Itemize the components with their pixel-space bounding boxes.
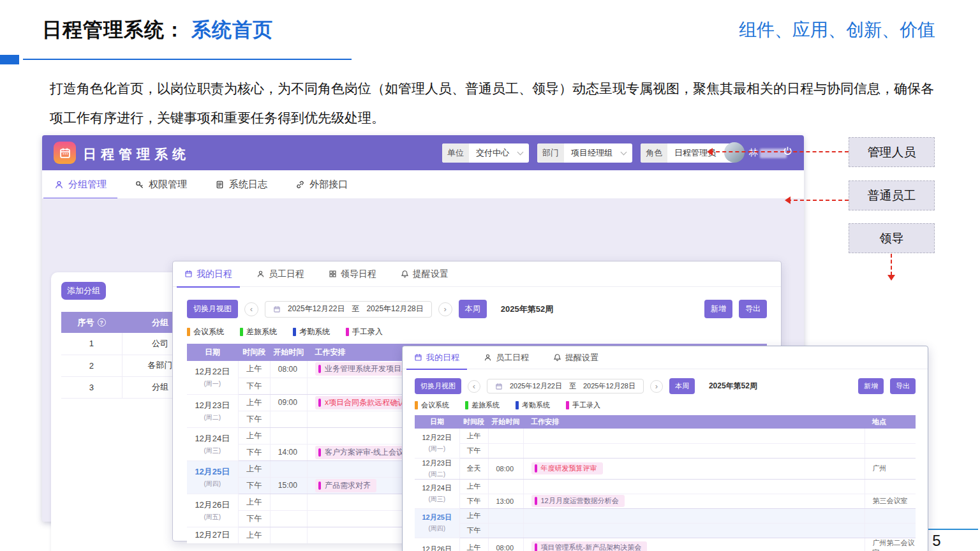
header-select-单位[interactable]: 单位交付中心: [442, 143, 529, 163]
period-cell: 下午: [238, 477, 270, 494]
period-cell: 下午: [238, 510, 270, 527]
help-icon[interactable]: ?: [98, 318, 106, 327]
date-range-picker[interactable]: 2025年12月22日至2025年12月28日: [265, 301, 432, 318]
chevron-down-icon: [621, 149, 627, 156]
calendar-icon: [495, 383, 503, 390]
weekday-text: (周五): [187, 513, 238, 522]
date-range-picker[interactable]: 2025年12月22日至2025年12月28日: [487, 379, 644, 393]
arrow-admin-head: [703, 148, 713, 156]
user-avatar[interactable]: [724, 142, 745, 163]
time-cell: [270, 510, 307, 527]
legend-item-会议系统: 会议系统: [415, 400, 449, 410]
grid-icon: [329, 270, 337, 278]
chevron-down-icon: [517, 149, 524, 156]
legend-item-考勤系统: 考勤系统: [293, 327, 330, 337]
event-badge[interactable]: 产品需求对齐: [315, 479, 376, 492]
nav-tab-外部接口[interactable]: 外部接口: [295, 179, 348, 191]
schedule-tab-我的日程[interactable]: 我的日程: [414, 352, 459, 364]
prev-week-button[interactable]: ‹: [244, 302, 258, 316]
period-cell: 上午: [238, 394, 270, 411]
schedule-tab-label: 员工日程: [269, 268, 304, 280]
person-icon: [256, 270, 265, 278]
date-text: 12月22日: [187, 366, 238, 378]
nav-tab-分组管理[interactable]: 分组管理: [54, 179, 107, 191]
time-cell: [270, 494, 307, 510]
event-title: 项目管理系统-新产品架构决策会: [541, 543, 642, 551]
event-title: 年度研发预算评审: [541, 464, 597, 473]
location-cell: [865, 429, 916, 443]
schedule-tab-提醒设置[interactable]: 提醒设置: [401, 268, 449, 280]
legend-label: 考勤系统: [522, 400, 550, 410]
calendar-icon: [273, 305, 281, 313]
select-label: 部门: [537, 143, 564, 163]
schedule-row[interactable]: 下午13:0012月月度运营数据分析会第三会议室: [415, 494, 916, 508]
location-cell: [865, 508, 916, 523]
event-badge[interactable]: 项目管理系统-新产品架构决策会: [531, 541, 648, 551]
add-group-button[interactable]: 添加分组: [61, 282, 106, 300]
schedule-toolbar: 切换月视图‹2025年12月22日至2025年12月28日›本周2025年第52…: [187, 300, 767, 318]
date-range-to: 至: [569, 381, 576, 391]
header-selectors: 单位交付中心部门项目经理组角色日程管理员: [442, 143, 736, 163]
add-button[interactable]: 新增: [704, 300, 732, 318]
month-view-toggle-button[interactable]: 切换月视图: [187, 300, 238, 318]
time-cell: [270, 411, 307, 427]
next-week-button[interactable]: ›: [650, 380, 663, 393]
schedule-tab-bar: 我的日程员工日程提醒设置: [403, 346, 928, 369]
export-button[interactable]: 导出: [739, 300, 767, 318]
schedule-row[interactable]: 12月26日(周五)上午08:00项目管理系统-新产品架构决策会广州第二会议室: [415, 538, 916, 551]
schedule-tab-label: 我的日程: [197, 268, 232, 280]
time-cell: [270, 460, 307, 477]
add-button[interactable]: 新增: [858, 378, 884, 394]
schedule-row[interactable]: 下午: [415, 523, 916, 538]
weekday-text: (周一): [415, 444, 459, 453]
location-cell: 广州第二会议室: [865, 538, 916, 551]
role-label-admin: 管理人员: [849, 137, 935, 167]
schedule-tab-员工日程[interactable]: 员工日程: [484, 352, 529, 364]
nav-tab-label: 系统日志: [229, 179, 267, 191]
schedule-header-row: 日期时间段开始时间工作安排地点: [415, 415, 916, 429]
event-badge[interactable]: 12月月度运营数据分析会: [531, 495, 625, 507]
legend-label: 手工录入: [352, 327, 383, 337]
event-source-bar: [318, 481, 321, 490]
nav-tab-系统日志[interactable]: 系统日志: [215, 179, 267, 191]
this-week-button[interactable]: 本周: [669, 378, 695, 394]
weekday-text: (周三): [415, 495, 459, 504]
schedule-row[interactable]: 下午: [415, 443, 916, 458]
event-badge[interactable]: 客户方案评审-线上会议: [315, 446, 410, 459]
header-select-部门[interactable]: 部门项目经理组: [537, 143, 632, 163]
schedule-row[interactable]: 12月25日(周四)上午: [415, 508, 916, 523]
period-cell: 上午: [459, 479, 488, 494]
time-cell: [488, 479, 523, 494]
role-label-employee: 普通员工: [849, 180, 935, 210]
schedule-tab-员工日程[interactable]: 员工日程: [256, 268, 304, 280]
schedule-tab-提醒设置[interactable]: 提醒设置: [553, 352, 598, 364]
schedule-date-cell: 12月26日(周五): [187, 494, 238, 527]
month-view-toggle-button[interactable]: 切换月视图: [415, 378, 461, 394]
app-window: 日程管理系统 单位交付中心部门项目经理组角色日程管理员 林 分组管理权限管理系统…: [42, 135, 804, 522]
prev-week-button[interactable]: ‹: [468, 380, 480, 393]
schedule-tab-label: 提醒设置: [413, 268, 449, 280]
legend-color-bar: [187, 328, 190, 336]
event-badge[interactable]: 年度研发预算评审: [531, 462, 603, 474]
event-cell: 项目管理系统-新产品架构决策会: [523, 538, 865, 551]
header-select-角色[interactable]: 角色日程管理员: [641, 143, 736, 163]
app-header-bar: 日程管理系统 单位交付中心部门项目经理组角色日程管理员 林: [42, 135, 804, 170]
event-cell: [523, 443, 865, 458]
next-week-button[interactable]: ›: [438, 302, 452, 316]
arrow-employee-line: [787, 200, 849, 201]
event-source-bar: [318, 365, 321, 373]
this-week-button[interactable]: 本周: [459, 300, 487, 318]
legend-label: 会议系统: [193, 327, 224, 337]
nav-tab-权限管理[interactable]: 权限管理: [135, 179, 187, 191]
group-seq-cell: 3: [61, 376, 122, 398]
col-location: 地点: [865, 415, 916, 429]
group-seq-cell: 1: [61, 333, 122, 355]
schedule-tab-我的日程[interactable]: 我的日程: [184, 268, 232, 280]
schedule-row[interactable]: 12月24日(周三)上午: [415, 479, 916, 494]
schedule-row[interactable]: 12月22日(周一)上午: [415, 429, 916, 443]
export-button[interactable]: 导出: [890, 378, 916, 394]
event-badge[interactable]: x项目合同条款远程确认: [315, 396, 411, 409]
select-value: 项目经理组: [564, 143, 615, 163]
schedule-tab-领导日程[interactable]: 领导日程: [329, 268, 376, 280]
schedule-row[interactable]: 12月23日(周二)全天08:00年度研发预算评审广州: [415, 458, 916, 479]
